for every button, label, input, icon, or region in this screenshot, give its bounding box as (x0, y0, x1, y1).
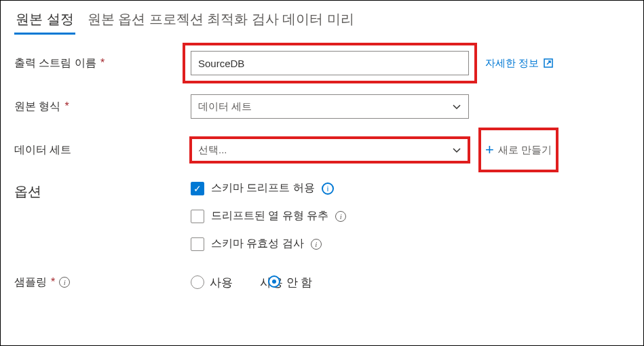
options-section-label: 옵션 (14, 182, 41, 201)
chevron-down-icon (452, 145, 461, 155)
checkbox-label: 스키마 유효성 검사 (211, 237, 304, 251)
checkbox-icon (191, 210, 204, 223)
radio-icon (191, 275, 204, 289)
info-icon[interactable]: i (322, 182, 334, 195)
checkbox-label: 드리프트된 열 유형 유추 (211, 209, 328, 223)
select-placeholder: 선택... (198, 144, 227, 157)
sampling-radio-group: 사용 사용 안 함 (191, 275, 312, 290)
radio-not-use[interactable]: 사용 안 함 (260, 275, 312, 290)
label-dataset: 데이터 세트 (14, 143, 191, 157)
tabs-bar: 원본 설정 원본 옵션 프로젝션 최적화 검사 데이터 미리 (1, 1, 643, 35)
label-output-stream: 출력 스트림 이름 * (14, 56, 191, 71)
label-options: 옵션 (14, 181, 191, 201)
output-stream-field-wrap (191, 51, 469, 75)
external-link-icon (543, 58, 554, 69)
form-area: 출력 스트림 이름 * 자세한 정보 원본 형식 * 데이터 세트 데이 (1, 35, 643, 294)
chevron-down-icon (452, 102, 461, 111)
required-mark: * (100, 57, 105, 69)
checkbox-infer-drifted[interactable]: 드리프트된 열 유형 유추 i (191, 209, 346, 223)
checkbox-icon: ✓ (191, 182, 204, 195)
required-mark: * (64, 100, 69, 113)
plus-icon: + (485, 141, 494, 159)
select-value: 데이터 세트 (198, 100, 252, 113)
row-output-stream: 출력 스트림 이름 * 자세한 정보 (14, 51, 630, 75)
learn-more-label: 자세한 정보 (485, 57, 539, 70)
source-type-field-wrap: 데이터 세트 (191, 94, 469, 119)
options-checkbox-group: ✓ 스키마 드리프트 허용 i 드리프트된 열 유형 유추 i 스키마 유효성 … (191, 181, 346, 251)
output-stream-input[interactable] (191, 51, 469, 75)
row-sampling: 샘플링 * i 사용 사용 안 함 (14, 270, 630, 294)
tab-other[interactable]: 원본 옵션 프로젝션 최적화 검사 데이터 미리 (86, 6, 356, 35)
required-mark: * (51, 276, 55, 288)
checkbox-validate-schema[interactable]: 스키마 유효성 검사 i (191, 237, 346, 251)
new-label: 새로 만들기 (498, 144, 552, 157)
row-source-type: 원본 형식 * 데이터 세트 (14, 94, 630, 119)
checkbox-label: 스키마 드리프트 허용 (211, 181, 315, 195)
row-dataset: 데이터 세트 선택... + 새로 만들기 (14, 138, 630, 162)
label-text: 원본 형식 (14, 100, 60, 114)
row-options: 옵션 ✓ 스키마 드리프트 허용 i 드리프트된 열 유형 유추 i 스키마 유… (14, 181, 630, 251)
radio-use[interactable]: 사용 (191, 275, 233, 290)
info-icon[interactable]: i (311, 239, 322, 250)
tab-source-settings[interactable]: 원본 설정 (14, 6, 75, 35)
info-icon[interactable] (268, 275, 280, 288)
radio-label: 사용 (210, 275, 233, 290)
checkbox-schema-drift[interactable]: ✓ 스키마 드리프트 허용 i (191, 181, 346, 195)
source-type-select[interactable]: 데이터 세트 (191, 94, 469, 119)
label-text: 샘플링 (14, 275, 47, 290)
label-source-type: 원본 형식 * (14, 100, 191, 114)
dataset-field-wrap: 선택... (191, 138, 469, 162)
checkbox-icon (191, 237, 204, 251)
info-icon[interactable]: i (335, 211, 346, 222)
label-sampling: 샘플링 * i (14, 275, 191, 290)
label-text: 데이터 세트 (14, 143, 71, 157)
learn-more-link[interactable]: 자세한 정보 (485, 57, 554, 70)
label-text: 출력 스트림 이름 (14, 56, 96, 71)
info-icon[interactable]: i (59, 277, 70, 288)
new-button[interactable]: + 새로 만들기 (485, 141, 552, 159)
dataset-select[interactable]: 선택... (191, 138, 469, 162)
